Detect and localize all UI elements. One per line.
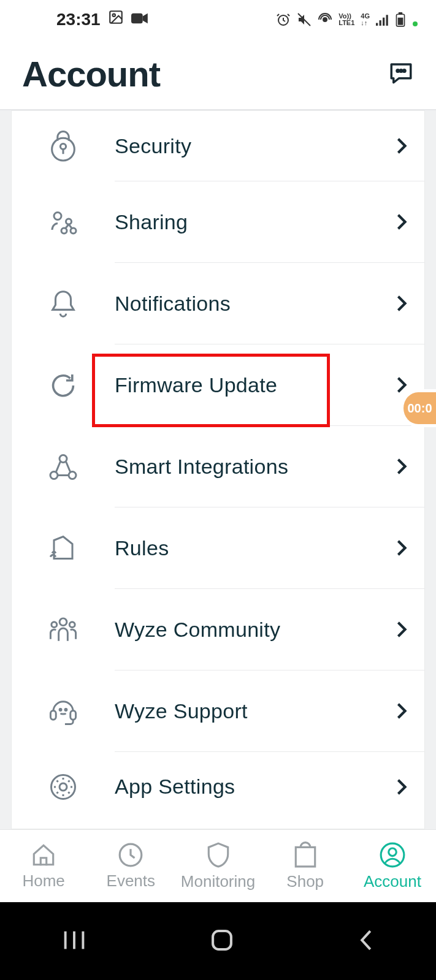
- hotspot-icon: [318, 12, 332, 27]
- svg-rect-11: [398, 17, 403, 25]
- volte-icon: Vo))LTE1: [338, 13, 354, 26]
- svg-point-14: [400, 69, 402, 72]
- svg-point-19: [66, 219, 72, 224]
- svg-point-26: [52, 621, 57, 627]
- svg-point-5: [323, 18, 327, 21]
- chevron-right-icon: [396, 621, 407, 638]
- network-4g-icon: 4G↓↑: [361, 13, 370, 26]
- svg-rect-9: [386, 15, 388, 26]
- rules-icon: [12, 534, 115, 563]
- sys-home-button[interactable]: [210, 929, 234, 954]
- menu-item-label: Smart Integrations: [115, 455, 288, 479]
- share-icon: [12, 208, 115, 237]
- svg-rect-29: [71, 710, 76, 720]
- support-icon: [12, 697, 115, 726]
- page-title: Account: [22, 53, 160, 94]
- menu-item-firmware-update[interactable]: Firmware Update: [12, 344, 424, 426]
- menu-item-label: Firmware Update: [115, 373, 277, 397]
- chevron-right-icon: [396, 778, 407, 796]
- media-video-icon: [131, 10, 148, 29]
- bell-icon: [12, 289, 115, 319]
- status-time: 23:31: [56, 10, 101, 29]
- svg-rect-40: [213, 931, 232, 949]
- status-bar: 23:31 Vo))LTE1 4G↓↑: [0, 0, 436, 39]
- svg-rect-8: [383, 17, 384, 25]
- media-photo-icon: [108, 9, 124, 29]
- alarm-icon: [276, 12, 291, 27]
- battery-dot-icon: [413, 21, 418, 26]
- lock-icon: [12, 131, 115, 162]
- sys-recents-button[interactable]: [62, 930, 86, 953]
- status-right: Vo))LTE1 4G↓↑: [276, 12, 418, 27]
- nav-shop[interactable]: Shop: [262, 830, 349, 902]
- system-nav-bar: [0, 902, 436, 980]
- menu-item-app-settings[interactable]: App Settings: [12, 752, 424, 821]
- nav-label: Events: [107, 872, 156, 891]
- nav-home[interactable]: Home: [0, 830, 87, 902]
- svg-rect-12: [399, 12, 403, 14]
- svg-point-1: [112, 14, 115, 17]
- integrations-icon: [12, 453, 115, 481]
- community-icon: [12, 615, 115, 645]
- menu-item-label: Rules: [115, 536, 169, 560]
- chevron-right-icon: [396, 376, 407, 393]
- menu-item-label: Sharing: [115, 210, 188, 234]
- menu-item-label: Security: [115, 134, 191, 158]
- svg-rect-7: [380, 20, 381, 26]
- svg-rect-6: [376, 23, 378, 25]
- menu-item-label: Wyze Support: [115, 699, 248, 723]
- svg-point-18: [54, 212, 61, 219]
- battery-icon: [396, 12, 405, 27]
- chevron-right-icon: [396, 295, 407, 312]
- recorder-timer: 00:0: [407, 401, 432, 416]
- svg-point-13: [397, 69, 399, 72]
- nav-label: Account: [364, 872, 421, 891]
- menu-item-notifications[interactable]: Notifications: [12, 263, 424, 344]
- gear-icon: [12, 772, 115, 802]
- nav-label: Home: [22, 872, 64, 891]
- nav-account[interactable]: Account: [349, 830, 436, 902]
- settings-card: Security Sharing Notifications: [11, 110, 425, 829]
- chevron-right-icon: [396, 213, 407, 230]
- menu-item-smart-integrations[interactable]: Smart Integrations: [12, 426, 424, 507]
- content-area: Security Sharing Notifications: [0, 110, 436, 829]
- nav-label: Monitoring: [181, 872, 255, 891]
- menu-item-wyze-community[interactable]: Wyze Community: [12, 589, 424, 670]
- svg-point-25: [59, 618, 67, 625]
- nav-label: Shop: [286, 872, 324, 891]
- chevron-right-icon: [396, 137, 407, 154]
- chevron-right-icon: [396, 458, 407, 475]
- chevron-right-icon: [396, 539, 407, 556]
- svg-rect-2: [131, 13, 143, 23]
- svg-point-31: [65, 708, 67, 710]
- svg-point-17: [60, 143, 66, 149]
- svg-point-22: [59, 455, 67, 462]
- screen-recorder-badge[interactable]: 00:0: [400, 389, 436, 427]
- chat-button[interactable]: [388, 60, 414, 88]
- menu-item-security[interactable]: Security: [12, 111, 424, 181]
- svg-point-36: [389, 848, 397, 856]
- signal-icon: [376, 13, 389, 26]
- menu-item-sharing[interactable]: Sharing: [12, 181, 424, 263]
- refresh-icon: [12, 371, 115, 400]
- menu-item-label: Wyze Community: [115, 618, 280, 642]
- menu-item-label: App Settings: [115, 775, 235, 799]
- svg-rect-28: [50, 710, 56, 720]
- svg-point-27: [69, 621, 75, 627]
- mute-vibrate-icon: [297, 12, 312, 27]
- svg-point-30: [59, 708, 61, 710]
- chevron-right-icon: [396, 702, 407, 720]
- bottom-nav: Home Events Monitoring Shop Account: [0, 829, 436, 902]
- menu-item-label: Notifications: [115, 292, 231, 316]
- menu-item-rules[interactable]: Rules: [12, 507, 424, 589]
- page-header: Account: [0, 39, 436, 110]
- svg-point-15: [403, 69, 406, 72]
- menu-item-wyze-support[interactable]: Wyze Support: [12, 670, 424, 752]
- svg-point-33: [59, 783, 67, 791]
- status-left: 23:31: [56, 9, 148, 29]
- nav-monitoring[interactable]: Monitoring: [174, 830, 261, 902]
- nav-events[interactable]: Events: [87, 830, 174, 902]
- sys-back-button[interactable]: [358, 929, 374, 954]
